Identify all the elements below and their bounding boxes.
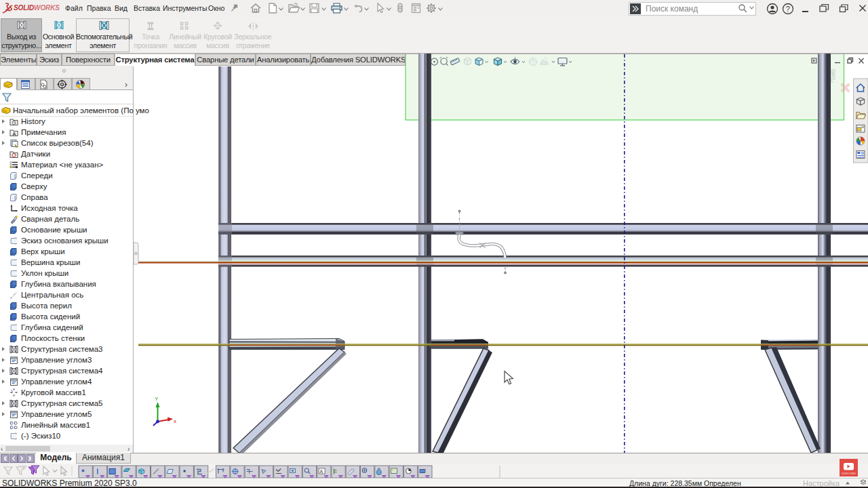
svg-text:Y: Y <box>155 396 159 402</box>
svg-text:?: ? <box>786 5 790 13</box>
svg-text:A: A <box>12 130 16 136</box>
svg-text:x: x <box>174 418 176 424</box>
svg-text:SOLIDWORKS: SOLIDWORKS <box>14 4 60 12</box>
svg-text:SUBSCRIBE: SUBSCRIBE <box>842 472 856 475</box>
